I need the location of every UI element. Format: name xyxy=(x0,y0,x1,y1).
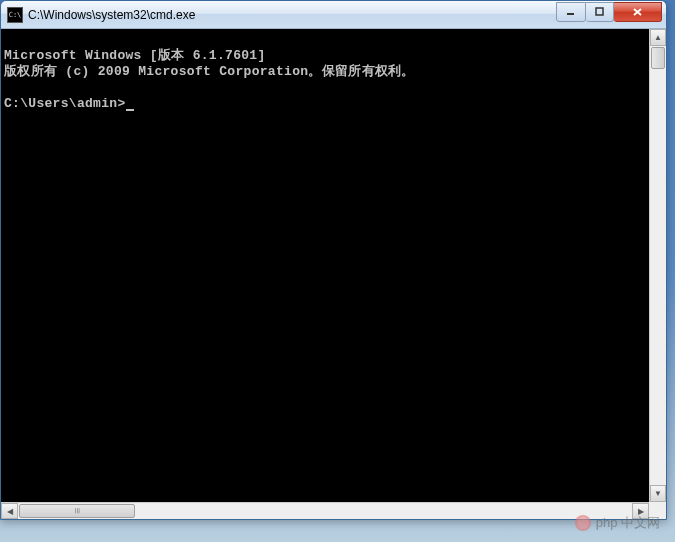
php-logo-icon xyxy=(575,515,591,531)
horizontal-scrollbar[interactable]: ◀ ▶ xyxy=(1,502,649,519)
window-controls xyxy=(556,2,662,22)
cmd-window: C:\ C:\Windows\system32\cmd.exe Microsof… xyxy=(0,0,667,520)
bottom-scroll-row: ◀ ▶ xyxy=(1,502,666,519)
scroll-up-button[interactable]: ▲ xyxy=(650,29,666,46)
window-title: C:\Windows\system32\cmd.exe xyxy=(28,8,556,22)
maximize-button[interactable] xyxy=(586,2,614,22)
scroll-down-button[interactable]: ▼ xyxy=(650,485,666,502)
scroll-left-button[interactable]: ◀ xyxy=(1,503,18,519)
watermark: php 中文网 xyxy=(575,514,660,532)
console-line-version: Microsoft Windows [版本 6.1.7601] xyxy=(4,48,266,63)
watermark-text: php 中文网 xyxy=(596,514,660,532)
vertical-scrollbar[interactable]: ▲ ▼ xyxy=(649,29,666,502)
console-line-copyright: 版权所有 (c) 2009 Microsoft Corporation。保留所有… xyxy=(4,64,415,79)
titlebar[interactable]: C:\ C:\Windows\system32\cmd.exe xyxy=(1,1,666,29)
console-output[interactable]: Microsoft Windows [版本 6.1.7601] 版权所有 (c)… xyxy=(1,29,649,502)
horizontal-scroll-track[interactable] xyxy=(136,503,632,519)
cmd-icon: C:\ xyxy=(7,7,23,23)
close-button[interactable] xyxy=(614,2,662,22)
cursor-icon xyxy=(126,109,134,111)
vertical-scroll-thumb[interactable] xyxy=(651,47,665,69)
svg-rect-1 xyxy=(596,8,603,15)
horizontal-scroll-thumb[interactable] xyxy=(19,504,135,518)
vertical-scroll-track[interactable] xyxy=(650,70,666,485)
console-container: Microsoft Windows [版本 6.1.7601] 版权所有 (c)… xyxy=(1,29,666,502)
console-prompt: C:\Users\admin> xyxy=(4,96,126,111)
minimize-button[interactable] xyxy=(556,2,586,22)
